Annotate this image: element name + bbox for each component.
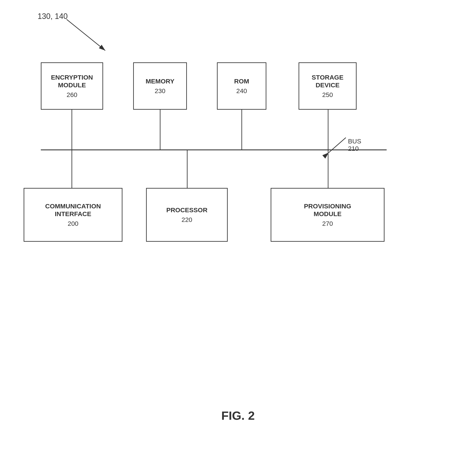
memory-number: 230 <box>155 87 165 95</box>
arrow-130-140 <box>65 13 112 56</box>
storage-device-label: STORAGEDEVICE <box>312 73 343 89</box>
connector-processor <box>187 150 187 188</box>
processor-label: PROCESSOR <box>166 206 207 214</box>
rom-label: ROM <box>234 77 249 85</box>
storage-device-box: STORAGEDEVICE 250 <box>299 62 357 110</box>
connector-provisioning <box>328 150 328 188</box>
provisioning-module-number: 270 <box>322 220 333 227</box>
storage-device-number: 250 <box>322 91 333 98</box>
diagram-container: 130, 140 ENCRYPTIONMODULE 260 MEMORY 230… <box>0 0 476 472</box>
provisioning-module-label: PROVISIONINGMODULE <box>304 202 351 218</box>
bus-label: BUS 210 <box>348 138 361 152</box>
processor-box: PROCESSOR 220 <box>146 188 228 242</box>
connector-encryption <box>71 110 72 149</box>
processor-number: 220 <box>182 216 192 223</box>
communication-interface-label: COMMUNICATIONINTERFACE <box>45 202 101 218</box>
provisioning-module-box: PROVISIONINGMODULE 270 <box>271 188 385 242</box>
svg-line-3 <box>329 138 346 153</box>
memory-box: MEMORY 230 <box>133 62 187 110</box>
fig-label: FIG. 2 <box>0 409 476 446</box>
connector-memory <box>160 110 160 149</box>
encryption-module-number: 260 <box>67 91 77 98</box>
connector-rom <box>241 110 242 149</box>
encryption-module-label: ENCRYPTIONMODULE <box>51 73 93 89</box>
connector-comm-interface <box>71 150 72 188</box>
svg-line-1 <box>67 19 105 51</box>
communication-interface-number: 200 <box>68 220 78 227</box>
rom-number: 240 <box>236 87 247 95</box>
reference-label-130-140: 130, 140 <box>38 12 68 21</box>
encryption-module-box: ENCRYPTIONMODULE 260 <box>41 62 103 110</box>
memory-label: MEMORY <box>146 77 174 85</box>
communication-interface-box: COMMUNICATIONINTERFACE 200 <box>24 188 122 242</box>
rom-box: ROM 240 <box>217 62 266 110</box>
